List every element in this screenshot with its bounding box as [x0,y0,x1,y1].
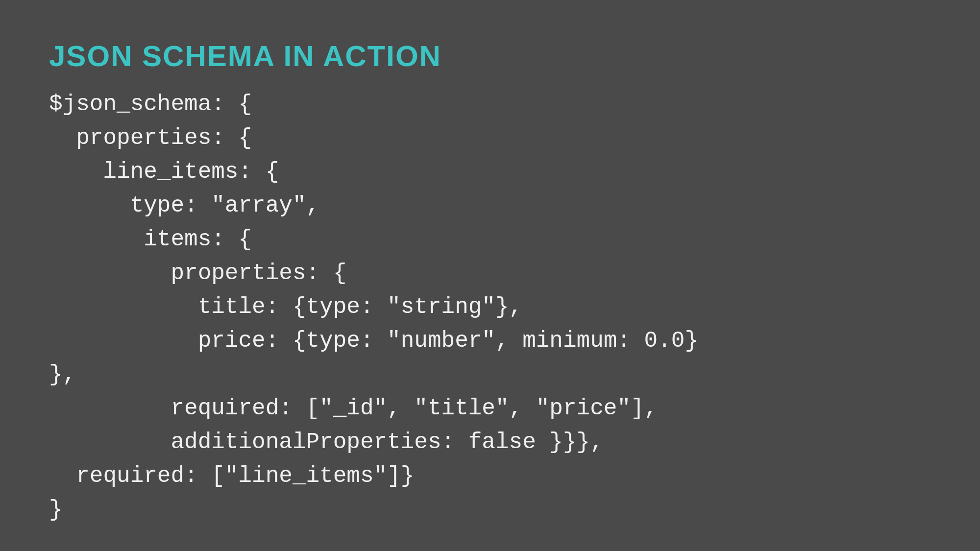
code-block: $json_schema: { properties: { line_items… [49,88,931,527]
slide-title: JSON SCHEMA IN ACTION [49,39,931,73]
